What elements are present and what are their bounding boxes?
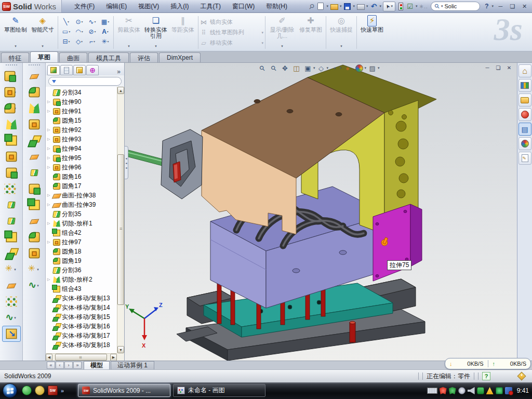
- dropdown-arrow-icon[interactable]: ▾: [327, 66, 329, 70]
- feature-tree-item[interactable]: ▷ 组合43: [46, 284, 117, 294]
- sketch-entity-button[interactable]: ▾: [99, 26, 112, 36]
- task-pane-button[interactable]: [518, 108, 531, 121]
- document-tab[interactable]: 运动算例 1: [111, 361, 154, 369]
- feature-toolbar-button[interactable]: ▾: [2, 68, 21, 84]
- feature-toolbar-button[interactable]: ▾: [2, 229, 21, 245]
- dropdown-arrow-icon[interactable]: ▾: [340, 66, 342, 70]
- feature-toolbar-button[interactable]: ▾: [25, 229, 44, 245]
- expand-arrow-icon[interactable]: ▷: [47, 109, 51, 113]
- tray-icon[interactable]: [486, 387, 494, 394]
- feature-tree-item[interactable]: ▷ 实体-移动/复制13: [46, 294, 117, 303]
- feature-toolbar-button[interactable]: ▾: [25, 132, 44, 149]
- feature-tree-item[interactable]: ▷ 实体-移动/复制15: [46, 312, 117, 322]
- doc-minimize-button[interactable]: ─: [483, 64, 492, 72]
- tag-icon[interactable]: [517, 372, 526, 381]
- expand-arrow-icon[interactable]: ▷: [47, 277, 51, 282]
- sketch-entity-button[interactable]: ▾: [60, 17, 73, 26]
- document-tab[interactable]: 模型: [84, 361, 110, 369]
- panel-chevron[interactable]: »: [115, 68, 123, 75]
- quick-launch-expand[interactable]: »: [61, 388, 64, 394]
- save-icon[interactable]: [344, 3, 351, 10]
- ribbon-smart-dimension-button[interactable]: 智能尺寸 ▾: [29, 14, 56, 51]
- dropdown-arrow-icon[interactable]: ▾: [82, 20, 83, 23]
- view-tool-icon[interactable]: [342, 63, 353, 73]
- help-button[interactable]: ?: [483, 3, 490, 10]
- feature-toolbar-button[interactable]: ▾: [25, 261, 44, 277]
- expand-arrow-icon[interactable]: ▷: [47, 128, 51, 132]
- feature-tree-item[interactable]: ▷ 实体-移动/复制14: [46, 303, 117, 312]
- feature-tree-item[interactable]: ▷ 组合42: [46, 228, 117, 237]
- feature-toolbar-button[interactable]: ▾: [25, 116, 44, 132]
- dropdown-arrow-icon[interactable]: ▾: [108, 39, 109, 43]
- feature-tree-item[interactable]: ▷ 拉伸93: [46, 135, 117, 144]
- tree-vertical-scrollbar[interactable]: ▲ ▼: [117, 87, 124, 353]
- feature-toolbar-button[interactable]: ▾: [2, 132, 21, 149]
- dropdown-arrow-icon[interactable]: ▾: [81, 39, 83, 43]
- tree-horizontal-scrollbar[interactable]: ◀ ▶: [46, 353, 117, 361]
- pin-icon[interactable]: [307, 2, 315, 11]
- feature-tree-item[interactable]: ▷ 分割35: [46, 209, 117, 219]
- search-input[interactable]: Solic: [444, 3, 457, 9]
- sketch-entity-button[interactable]: ▾: [86, 26, 99, 36]
- feature-tree-item[interactable]: ▷ 分割36: [46, 265, 117, 275]
- new-document-icon[interactable]: [317, 3, 324, 10]
- task-pane-button[interactable]: [518, 137, 531, 150]
- task-pane-button[interactable]: [518, 94, 531, 107]
- dropdown-arrow-icon[interactable]: ▾: [69, 39, 70, 43]
- pointer-mode-icon[interactable]: [419, 2, 428, 11]
- taskbar-window-button[interactable]: SolidWorks 2009 - ...: [78, 384, 170, 397]
- tray-icon[interactable]: [505, 387, 512, 394]
- view-tool-icon[interactable]: [291, 63, 302, 73]
- select-arrow-icon[interactable]: [383, 2, 395, 11]
- search-box[interactable]: ▾ Solic: [431, 2, 480, 11]
- feature-toolbar-button[interactable]: ▾: [2, 277, 21, 294]
- tree-filter-field[interactable]: [48, 77, 122, 86]
- dropdown-arrow-icon[interactable]: ▾: [313, 66, 315, 70]
- dropdown-arrow-icon[interactable]: ▾: [42, 43, 44, 51]
- dropdown-arrow-icon[interactable]: ▾: [68, 20, 69, 23]
- feature-toolbar-button[interactable]: ▾: [2, 294, 21, 310]
- tab-property-manager[interactable]: [60, 65, 73, 75]
- feature-toolbar-button[interactable]: ▾: [2, 84, 21, 100]
- tray-icon[interactable]: [427, 388, 437, 394]
- menu-item[interactable]: 工具(T): [195, 0, 226, 13]
- task-pane-button[interactable]: [518, 123, 531, 136]
- ribbon-convert-entities-button[interactable]: 转换实体引用 ▾: [142, 14, 169, 51]
- command-tab[interactable]: 模具工具: [88, 52, 129, 62]
- expand-arrow-icon[interactable]: ▷: [47, 100, 51, 104]
- view-tool-icon[interactable]: [354, 63, 365, 73]
- sketch-entity-button[interactable]: ▾: [60, 36, 73, 46]
- start-button[interactable]: [3, 383, 17, 398]
- expand-arrow-icon[interactable]: ▷: [47, 147, 51, 151]
- dropdown-arrow-icon[interactable]: ▾: [15, 43, 17, 51]
- tray-icon[interactable]: [440, 387, 447, 394]
- feature-toolbar-button[interactable]: ▾: [25, 165, 44, 181]
- doc-close-button[interactable]: ✕: [504, 64, 514, 72]
- feature-tree-item[interactable]: ▷ 实体-移动/复制16: [46, 322, 117, 331]
- dropdown-arrow-icon[interactable]: ▾: [365, 66, 367, 70]
- feature-tree-item[interactable]: ▷ 曲面-拉伸38: [46, 191, 117, 200]
- command-tab[interactable]: 评估: [130, 52, 158, 62]
- tab-scroll-button[interactable]: »: [73, 362, 82, 369]
- view-tool-icon[interactable]: [268, 63, 279, 73]
- feature-tree-item[interactable]: ▷ 圆角15: [46, 116, 117, 125]
- feature-tree-item[interactable]: ▷ 实体-移动/复制17: [46, 331, 117, 340]
- command-tab[interactable]: 特征: [1, 52, 29, 62]
- expand-arrow-icon[interactable]: ▷: [47, 137, 51, 141]
- open-icon[interactable]: [330, 4, 338, 10]
- feature-toolbar-button[interactable]: ▾: [25, 100, 44, 116]
- feature-toolbar-button[interactable]: ▾: [2, 181, 21, 197]
- menu-item[interactable]: 窗口(W): [227, 0, 260, 13]
- view-tool-icon[interactable]: [316, 63, 327, 73]
- feature-toolbar-button[interactable]: ▾: [25, 213, 44, 229]
- dropdown-arrow-icon[interactable]: ▾: [378, 66, 380, 70]
- taskbar-window-button[interactable]: 未命名 - 画图: [173, 384, 265, 397]
- part-cylinder-clamp-gray[interactable]: [125, 129, 203, 199]
- task-pane-button[interactable]: [518, 79, 531, 92]
- feature-tree-item[interactable]: ▷ 切除-放样1: [46, 219, 117, 228]
- part-locating-pin-red[interactable]: [350, 322, 355, 343]
- expand-arrow-icon[interactable]: ▷: [47, 165, 51, 169]
- tray-icon[interactable]: [496, 387, 503, 394]
- tray-icon[interactable]: [468, 387, 475, 394]
- feature-tree-item[interactable]: ▷ 圆角18: [46, 247, 117, 256]
